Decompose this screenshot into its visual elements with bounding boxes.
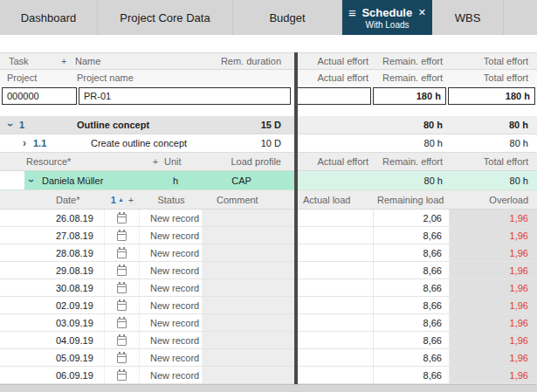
project-total-effort-field[interactable]: 180 h — [448, 87, 535, 105]
date-picker-cell[interactable] — [105, 279, 140, 296]
add-resource-icon[interactable]: + — [148, 153, 162, 170]
load-date-cell[interactable]: 28.08.19 — [49, 244, 105, 261]
load-row[interactable]: 05.09.19 New record 8,66 1,96 — [0, 349, 537, 367]
resource-name[interactable]: Daniela Müller — [38, 175, 162, 186]
actual-load-cell[interactable] — [298, 297, 374, 313]
date-picker-cell[interactable] — [105, 349, 140, 366]
expand-task-icon[interactable]: › — [17, 134, 31, 152]
task-rem-duration[interactable]: 10 D — [207, 134, 294, 152]
remaining-load-cell[interactable]: 8,66 — [374, 332, 450, 348]
actual-load-cell[interactable] — [298, 314, 374, 331]
calendar-icon[interactable] — [117, 371, 127, 381]
remaining-load-cell[interactable]: 8,66 — [374, 349, 450, 366]
remaining-load-cell[interactable]: 2,06 — [374, 210, 450, 226]
load-date-cell[interactable]: 27.08.19 — [49, 227, 105, 244]
load-row[interactable]: 27.08.19 New record 8,66 1,96 — [0, 227, 537, 244]
load-date-cell[interactable]: 26.08.19 — [49, 210, 105, 226]
collapse-resource-icon[interactable]: › — [24, 175, 38, 186]
load-date-cell[interactable]: 05.09.19 — [49, 349, 105, 366]
load-row[interactable]: 26.08.19 New record 2,06 1,96 — [0, 210, 537, 227]
task-row-1[interactable]: › 1 Outline concept 15 D 80 h 80 h — [0, 116, 537, 134]
tab-project-core-data[interactable]: Project Core Data — [98, 0, 233, 35]
task-name[interactable]: Create outline concept — [77, 134, 207, 152]
load-comment-cell[interactable] — [203, 227, 294, 244]
date-picker-cell[interactable] — [105, 210, 140, 226]
task-name[interactable]: Outline concept — [77, 116, 207, 134]
sort-ascending-icon[interactable]: ▲ — [118, 196, 124, 203]
load-date-cell[interactable]: 30.08.19 — [49, 279, 105, 296]
calendar-icon[interactable] — [117, 319, 127, 328]
actual-load-cell[interactable] — [298, 349, 374, 366]
load-comment-cell[interactable] — [203, 349, 294, 366]
project-id-field[interactable]: 000000 — [2, 87, 77, 105]
load-comment-cell[interactable] — [203, 367, 294, 383]
load-comment-cell[interactable] — [203, 332, 294, 348]
load-comment-cell[interactable] — [203, 297, 294, 313]
load-comment-cell[interactable] — [203, 244, 294, 261]
load-date-cell[interactable]: 03.09.19 — [49, 314, 105, 331]
load-date-cell[interactable]: 02.09.19 — [49, 297, 105, 313]
calendar-icon[interactable] — [117, 336, 127, 346]
tab-budget[interactable]: Budget — [233, 0, 342, 35]
project-actual-effort-field[interactable] — [297, 87, 371, 105]
remaining-load-cell[interactable]: 8,66 — [374, 279, 450, 296]
actual-load-cell[interactable] — [298, 244, 374, 261]
task-rem-duration[interactable]: 15 D — [207, 116, 294, 134]
calendar-icon[interactable] — [117, 284, 127, 293]
actual-load-cell[interactable] — [298, 367, 374, 383]
task-row-1-1[interactable]: › 1.1 Create outline concept 10 D 80 h 8… — [0, 134, 537, 153]
date-picker-cell[interactable] — [105, 314, 140, 331]
date-picker-cell[interactable] — [105, 367, 140, 383]
resource-unit[interactable]: h — [162, 175, 189, 186]
actual-load-cell[interactable] — [298, 279, 374, 296]
load-comment-cell[interactable] — [203, 262, 294, 279]
calendar-icon[interactable] — [117, 354, 127, 363]
load-comment-cell[interactable] — [203, 314, 294, 331]
actual-load-cell[interactable] — [298, 332, 374, 348]
resource-load-profile[interactable]: CAP — [189, 175, 294, 186]
resource-row-selected[interactable]: › Daniela Müller h CAP 80 h 80 h — [0, 171, 537, 190]
project-remain-effort-field[interactable]: 180 h — [373, 87, 446, 105]
load-row[interactable]: 02.09.19 New record 8,66 1,96 — [0, 297, 537, 314]
actual-load-cell[interactable] — [298, 210, 374, 226]
load-date-cell[interactable]: 06.09.19 — [49, 367, 105, 383]
remaining-load-cell[interactable]: 8,66 — [374, 227, 450, 244]
date-picker-cell[interactable] — [105, 244, 140, 261]
load-row[interactable]: 28.08.19 New record 8,66 1,96 — [0, 244, 537, 262]
add-task-icon[interactable]: + — [61, 53, 75, 69]
date-column-header[interactable]: Date* — [49, 190, 105, 209]
actual-load-cell[interactable] — [298, 262, 374, 279]
load-comment-cell[interactable] — [203, 210, 294, 226]
calendar-icon[interactable] — [117, 231, 127, 241]
tab-wbs[interactable]: WBS — [432, 0, 504, 35]
tab-schedule[interactable]: ≡ Schedule ✕ With Loads — [342, 0, 432, 35]
calendar-icon[interactable] — [117, 301, 127, 311]
calendar-icon[interactable] — [117, 249, 127, 258]
load-row[interactable]: 04.09.19 New record 8,66 1,96 — [0, 332, 537, 349]
load-row[interactable]: 29.08.19 New record 8,66 1,96 — [0, 262, 537, 279]
close-tab-icon[interactable]: ✕ — [418, 8, 426, 17]
sort-control[interactable]: 1 ▲ + — [105, 190, 140, 209]
date-picker-cell[interactable] — [105, 332, 140, 348]
date-picker-cell[interactable] — [105, 227, 140, 244]
calendar-icon[interactable] — [117, 266, 127, 276]
collapse-task-icon[interactable]: › — [3, 116, 17, 134]
actual-load-cell[interactable] — [298, 227, 374, 244]
project-name-field[interactable]: PR-01 — [79, 87, 291, 105]
load-row[interactable]: 30.08.19 New record 8,66 1,96 — [0, 279, 537, 297]
load-comment-cell[interactable] — [203, 279, 294, 296]
hamburger-menu-icon[interactable]: ≡ — [348, 6, 356, 19]
add-load-record-icon[interactable]: + — [128, 195, 134, 205]
calendar-icon[interactable] — [117, 214, 127, 224]
tab-dashboard[interactable]: Dashboard — [0, 0, 98, 35]
load-row[interactable]: 03.09.19 New record 8,66 1,96 — [0, 314, 537, 332]
remaining-load-cell[interactable]: 8,66 — [374, 297, 450, 313]
date-picker-cell[interactable] — [105, 262, 140, 279]
remaining-load-cell[interactable]: 8,66 — [374, 244, 450, 261]
load-date-cell[interactable]: 29.08.19 — [49, 262, 105, 279]
remaining-load-cell[interactable]: 8,66 — [374, 262, 450, 279]
remaining-load-cell[interactable]: 8,66 — [374, 367, 450, 383]
date-picker-cell[interactable] — [105, 297, 140, 313]
load-date-cell[interactable]: 04.09.19 — [49, 332, 105, 348]
load-row[interactable]: 06.09.19 New record 8,66 1,96 — [0, 367, 537, 384]
